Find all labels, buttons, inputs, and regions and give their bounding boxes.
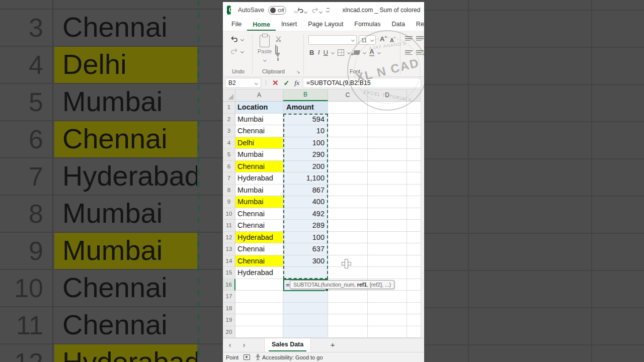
grow-font-button[interactable]: A^ xyxy=(380,35,387,43)
cell-A8[interactable]: Mumbai xyxy=(235,185,283,197)
ribbon-tab-page-layout[interactable]: Page Layout xyxy=(302,19,349,31)
cell-D7[interactable] xyxy=(368,172,407,185)
enter-icon[interactable]: ✓ xyxy=(282,79,291,87)
cell-A5[interactable]: Mumbai xyxy=(235,149,283,161)
cell-D10[interactable] xyxy=(368,208,407,220)
sheet-tab-sales-data[interactable]: Sales Data xyxy=(264,338,311,352)
cell-C2[interactable] xyxy=(328,114,368,126)
cell-C8[interactable] xyxy=(328,185,368,197)
prev-sheet-button[interactable]: ‹ xyxy=(223,338,237,352)
macro-record-icon[interactable] xyxy=(244,354,250,360)
column-header-C[interactable]: C xyxy=(328,89,368,101)
cell-D5[interactable] xyxy=(368,149,407,161)
cell-A10[interactable]: Chennai xyxy=(235,208,283,220)
cell-B17[interactable] xyxy=(283,291,328,303)
bold-button[interactable]: B xyxy=(309,49,314,56)
cell-B7[interactable]: 1,100 xyxy=(283,172,328,185)
row-header-2[interactable]: 2 xyxy=(223,114,235,126)
cell-C17[interactable] xyxy=(328,291,368,303)
cell-A17[interactable] xyxy=(235,291,283,303)
add-sheet-button[interactable]: + xyxy=(324,338,341,352)
row-header-19[interactable]: 19 xyxy=(223,314,235,326)
cell-C10[interactable] xyxy=(328,208,368,220)
format-painter-button[interactable] xyxy=(275,57,280,66)
ribbon-tab-insert[interactable]: Insert xyxy=(276,19,302,31)
cell-A13[interactable]: Chennai xyxy=(235,243,283,255)
cell-C19[interactable] xyxy=(328,314,368,326)
align-middle-icon[interactable] xyxy=(416,35,424,42)
cell-D19[interactable] xyxy=(368,314,407,326)
cell-D13[interactable] xyxy=(368,243,407,255)
row-header-16[interactable]: 16 xyxy=(223,279,235,291)
cell-D9[interactable] xyxy=(368,196,407,208)
clipboard-dialog-launcher[interactable]: ↘ xyxy=(296,69,300,74)
cell-D15[interactable] xyxy=(368,267,407,279)
row-header-12[interactable]: 12 xyxy=(223,232,235,244)
cell-A2[interactable]: Mumbai xyxy=(235,114,283,126)
cell-D17[interactable] xyxy=(368,291,407,303)
align-top-icon[interactable] xyxy=(405,35,413,42)
row-header-4[interactable]: 4 xyxy=(223,137,235,149)
row-header-8[interactable]: 8 xyxy=(223,185,235,197)
next-sheet-button[interactable]: › xyxy=(237,338,251,352)
cell-D11[interactable] xyxy=(368,220,407,232)
row-header-7[interactable]: 7 xyxy=(223,172,235,185)
borders-button[interactable] xyxy=(338,49,344,56)
cell-B1[interactable]: Amount xyxy=(283,102,328,114)
cell-B8[interactable]: 867 xyxy=(283,185,328,197)
row-header-5[interactable]: 5 xyxy=(223,149,235,161)
row-header-11[interactable]: 11 xyxy=(223,220,235,232)
cell-C3[interactable] xyxy=(328,125,368,137)
insert-function-icon[interactable]: fx xyxy=(293,79,301,87)
redo-button[interactable] xyxy=(311,7,323,14)
cell-A20[interactable] xyxy=(235,326,283,338)
cell-B18[interactable] xyxy=(283,303,328,315)
cell-B12[interactable]: 100 xyxy=(283,232,328,244)
align-left-icon[interactable] xyxy=(405,49,413,56)
cut-button[interactable] xyxy=(275,35,282,44)
cancel-icon[interactable]: ✕ xyxy=(271,78,280,87)
cell-B2[interactable]: 594 xyxy=(283,114,328,126)
cell-C7[interactable] xyxy=(328,172,368,185)
cell-B3[interactable]: 10 xyxy=(283,125,328,137)
cell-D12[interactable] xyxy=(368,232,407,244)
cell-C1[interactable] xyxy=(328,102,368,114)
row-header-20[interactable]: 20 xyxy=(223,326,235,338)
row-header-17[interactable]: 17 xyxy=(223,291,235,303)
cell-C13[interactable] xyxy=(328,243,368,255)
paste-button[interactable]: Paste xyxy=(256,35,273,63)
row-header-1[interactable]: 1 xyxy=(223,102,235,114)
cell-C18[interactable] xyxy=(328,303,368,315)
row-header-6[interactable]: 6 xyxy=(223,161,235,173)
cell-A3[interactable]: Chennai xyxy=(235,125,283,137)
font-color-button[interactable]: A xyxy=(369,48,374,56)
cell-B6[interactable]: 200 xyxy=(283,161,328,173)
cell-C11[interactable] xyxy=(328,220,368,232)
italic-button[interactable]: I xyxy=(317,48,319,56)
cell-D6[interactable] xyxy=(368,161,407,173)
excel-app-icon[interactable]: X xyxy=(227,6,231,15)
cell-B4[interactable]: 100 xyxy=(283,137,328,149)
cell-C5[interactable] xyxy=(328,149,368,161)
column-header-B[interactable]: B xyxy=(283,89,328,101)
vertical-scrollbar[interactable] xyxy=(421,77,424,338)
underline-button[interactable]: U xyxy=(324,49,328,56)
cell-A15[interactable]: Hyderabad xyxy=(235,267,283,279)
select-all-corner[interactable] xyxy=(223,89,235,101)
cell-A9[interactable]: Mumbai xyxy=(235,196,283,208)
cell-C12[interactable] xyxy=(328,232,368,244)
cell-D4[interactable] xyxy=(368,137,407,149)
cell-C15[interactable] xyxy=(328,267,368,279)
cell-B14[interactable]: 300 xyxy=(283,255,328,267)
ribbon-tab-home[interactable]: Home xyxy=(247,19,276,31)
cell-B10[interactable]: 492 xyxy=(283,208,328,220)
row-header-15[interactable]: 15 xyxy=(223,267,235,279)
cell-C4[interactable] xyxy=(328,137,368,149)
cell-C9[interactable] xyxy=(328,196,368,208)
cell-D2[interactable] xyxy=(368,114,407,126)
row-header-18[interactable]: 18 xyxy=(223,303,235,315)
cell-D3[interactable] xyxy=(368,125,407,137)
name-box[interactable]: B2 xyxy=(225,78,261,88)
row-header-14[interactable]: 14 xyxy=(223,255,235,267)
cell-B5[interactable]: 290 xyxy=(283,149,328,161)
